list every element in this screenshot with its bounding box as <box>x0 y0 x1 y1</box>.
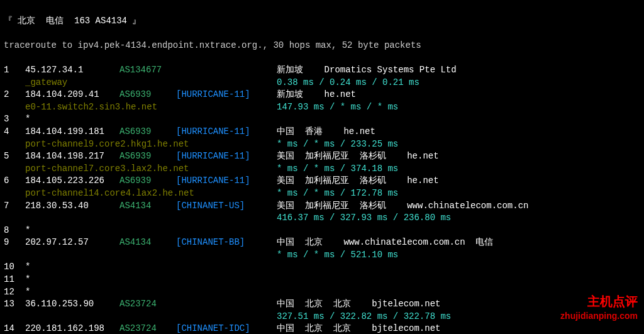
hop-row: 11* <box>4 274 640 286</box>
hop-ip: 202.97.12.57 <box>25 237 119 249</box>
hop-org: bjtelecom.net <box>372 298 440 311</box>
hop-tag: [HURRICANE-11] <box>176 89 277 101</box>
hop-rtt-row: _gateway0.38 ms / 0.24 ms / 0.21 ms <box>4 77 640 89</box>
route-title: 『 北京 电信 163 AS4134 』 <box>4 15 640 28</box>
hop-asn: AS23724 <box>119 323 176 334</box>
hop-row: 3* <box>4 113 640 126</box>
hop-num: 8 <box>4 225 25 237</box>
hop-reverse: e0-11.switch2.sin3.he.net <box>4 101 277 114</box>
hop-num: 13 <box>4 298 25 311</box>
hop-asn: AS134677 <box>119 64 176 77</box>
hop-asn: AS6939 <box>119 126 176 138</box>
hop-reverse: port-channel14.core4.lax2.he.net <box>4 187 277 200</box>
hop-ip: 184.104.198.217 <box>25 150 119 163</box>
hop-tag: [HURRICANE-11] <box>176 175 277 187</box>
hop-rtt-row: e0-11.switch2.sin3.he.net147.93 ms / * m… <box>4 101 640 114</box>
traceroute-header: traceroute to ipv4.pek-4134.endpoint.nxt… <box>4 40 640 52</box>
hop-row: 4184.104.199.181AS6939[HURRICANE-11]中国 香… <box>4 126 640 138</box>
hop-num: 7 <box>4 200 25 213</box>
hop-rtt: * ms / * ms / 374.18 ms <box>277 164 398 174</box>
hop-row: 12* <box>4 286 640 299</box>
terminal-output: 『 北京 电信 163 AS4134 』 traceroute to ipv4.… <box>0 0 644 334</box>
hop-star: * <box>25 261 119 274</box>
hop-row: 145.127.34.1AS134677新加坡 Dromatics System… <box>4 64 640 77</box>
hop-loc: 新加坡 <box>277 64 325 77</box>
hop-asn: AS6939 <box>119 175 176 187</box>
watermark: 主机点评 zhujidianping.com <box>560 292 638 323</box>
hop-row: 14220.181.162.198AS23724[CHINANET-IDC]中国… <box>4 323 640 334</box>
hop-tag <box>176 298 277 311</box>
hop-row: 10* <box>4 261 640 274</box>
hop-rtt: 327.51 ms / 322.82 ms / 322.78 ms <box>277 311 451 321</box>
hop-star: * <box>25 274 119 286</box>
hop-asn: AS23724 <box>119 298 176 311</box>
hop-tag <box>176 64 277 77</box>
hop-star: * <box>25 225 119 237</box>
hop-rtt: 416.37 ms / 327.93 ms / 236.80 ms <box>277 213 451 223</box>
hop-rtt-row: 416.37 ms / 327.93 ms / 236.80 ms <box>4 212 640 225</box>
hop-ip: 220.181.162.198 <box>25 323 119 334</box>
hop-num: 5 <box>4 150 25 163</box>
hop-row: 9202.97.12.57AS4134[CHINANET-BB]中国 北京 ww… <box>4 237 640 249</box>
hop-tag: [CHINANET-BB] <box>176 237 277 249</box>
hop-num: 4 <box>4 126 25 138</box>
hop-num: 14 <box>4 323 25 334</box>
hop-ip: 45.127.34.1 <box>25 64 119 77</box>
hop-reverse: port-channel9.core2.hkg1.he.net <box>4 138 277 151</box>
hop-org: he.net <box>325 89 356 101</box>
hop-num: 1 <box>4 64 25 77</box>
hop-loc: 中国 北京 北京 <box>277 323 372 334</box>
hop-num: 2 <box>4 89 25 101</box>
watermark-cn: 主机点评 <box>560 292 638 310</box>
hop-loc: 新加坡 <box>277 89 325 101</box>
hop-rtt-row: port-channel7.core3.lax2.he.net* ms / * … <box>4 163 640 175</box>
hop-tag: [HURRICANE-11] <box>176 150 277 163</box>
hop-num: 3 <box>4 113 25 126</box>
hop-ip: 184.104.199.181 <box>25 126 119 138</box>
hop-ip: 218.30.53.40 <box>25 200 119 213</box>
hop-org: www.chinatelecom.com.cn 电信 <box>343 237 493 249</box>
hop-num: 10 <box>4 261 25 274</box>
hop-tag: [CHINANET-IDC] <box>176 323 277 334</box>
hop-loc: 中国 北京 <box>277 237 343 249</box>
hop-ip: 36.110.253.90 <box>25 298 119 311</box>
hop-loc: 美国 加利福尼亚 洛杉矶 <box>277 200 407 213</box>
hop-row: 5184.104.198.217AS6939[HURRICANE-11]美国 加… <box>4 150 640 163</box>
hop-rtt: * ms / * ms / 172.78 ms <box>277 188 398 198</box>
hop-loc: 美国 加利福尼亚 洛杉矶 <box>277 175 407 187</box>
hop-row: 1336.110.253.90AS23724中国 北京 北京 bjtelecom… <box>4 298 640 311</box>
hop-star: * <box>25 113 119 126</box>
hop-rtt: 147.93 ms / * ms / * ms <box>277 102 398 112</box>
hop-tag: [HURRICANE-11] <box>176 126 277 138</box>
hop-num: 9 <box>4 237 25 249</box>
hop-row: 8* <box>4 225 640 237</box>
hop-rtt-row: * ms / * ms / 521.10 ms <box>4 249 640 262</box>
hop-rtt: 0.38 ms / 0.24 ms / 0.21 ms <box>277 77 419 87</box>
hop-asn: AS6939 <box>119 150 176 163</box>
hop-org: bjtelecom.net <box>372 323 440 334</box>
hop-org: he.net <box>407 150 438 163</box>
hop-loc: 中国 北京 北京 <box>277 298 372 311</box>
hop-row: 7218.30.53.40AS4134[CHINANET-US]美国 加利福尼亚… <box>4 200 640 213</box>
hop-rtt-row: 327.51 ms / 322.82 ms / 322.78 ms <box>4 311 640 323</box>
hop-reverse: _gateway <box>4 77 277 89</box>
hop-org: Dromatics Systems Pte Ltd <box>325 64 457 77</box>
watermark-en: zhujidianping.com <box>560 310 638 323</box>
hop-org: he.net <box>343 126 375 138</box>
hop-org: he.net <box>407 175 438 187</box>
hop-reverse: port-channel7.core3.lax2.he.net <box>4 163 277 175</box>
hop-rtt: * ms / * ms / 233.25 ms <box>277 139 398 149</box>
hop-tag: [CHINANET-US] <box>176 200 277 213</box>
hop-rtt-row: port-channel9.core2.hkg1.he.net* ms / * … <box>4 138 640 151</box>
hop-num: 6 <box>4 175 25 187</box>
hop-rtt-row: port-channel14.core4.lax2.he.net* ms / *… <box>4 187 640 200</box>
hop-loc: 中国 香港 <box>277 126 343 138</box>
hop-rtt: * ms / * ms / 521.10 ms <box>277 250 398 260</box>
hop-star: * <box>25 286 119 299</box>
hop-num: 11 <box>4 274 25 286</box>
hop-loc: 美国 加利福尼亚 洛杉矶 <box>277 150 407 163</box>
hop-ip: 184.104.209.41 <box>25 89 119 101</box>
hop-org: www.chinatelecom.com.cn <box>407 200 528 213</box>
hop-num: 12 <box>4 286 25 299</box>
hop-row: 2184.104.209.41AS6939[HURRICANE-11]新加坡 h… <box>4 89 640 101</box>
